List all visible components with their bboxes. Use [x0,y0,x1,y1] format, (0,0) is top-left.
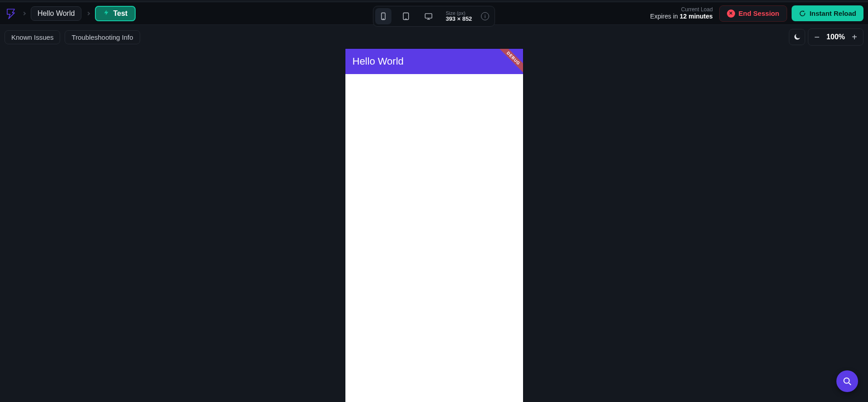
test-mode-button[interactable]: Test [95,6,136,21]
search-icon [842,376,852,386]
session-status: Current Load Expires in 12 minutes [650,6,713,20]
device-tablet-button[interactable] [398,8,414,24]
close-circle-icon: ✕ [727,9,735,18]
svg-line-8 [849,383,851,385]
device-phone-button[interactable] [375,8,392,24]
expires-value: 12 minutes [679,13,712,20]
app-logo[interactable] [5,7,17,20]
end-session-label: End Session [739,9,779,17]
expires-prefix: Expires in [650,13,679,20]
device-desktop-button[interactable] [420,8,437,24]
top-bar-right: Current Load Expires in 12 minutes ✕ End… [650,5,863,22]
app-bar: Hello World [345,49,523,74]
device-frame: Hello World DEBUG [345,49,523,402]
current-load-label: Current Load [650,6,713,13]
size-value: 393 × 852 [446,16,472,22]
end-session-button[interactable]: ✕ End Session [719,5,787,22]
svg-point-7 [844,378,849,383]
device-size-panel: Size (px) 393 × 852 i [373,6,495,27]
svg-rect-4 [425,14,432,18]
search-fab[interactable] [836,370,858,392]
reload-icon [799,10,806,17]
instant-reload-label: Instant Reload [810,9,856,17]
chevron-right-icon [86,11,90,15]
instant-reload-button[interactable]: Instant Reload [792,5,863,21]
test-mode-label: Test [113,9,127,18]
preview-canvas[interactable]: Hello World DEBUG [0,25,868,402]
expires-line: Expires in 12 minutes [650,13,713,20]
info-icon[interactable]: i [481,12,489,20]
bolt-icon [103,9,109,18]
chevron-right-icon [22,11,26,15]
app-title: Hello World [353,56,404,67]
breadcrumb-project[interactable]: Hello World [31,6,81,21]
top-bar: Hello World Test Size (px) 393 × 852 i C… [0,1,868,25]
device-size-readout: Size (px) 393 × 852 [446,10,472,22]
